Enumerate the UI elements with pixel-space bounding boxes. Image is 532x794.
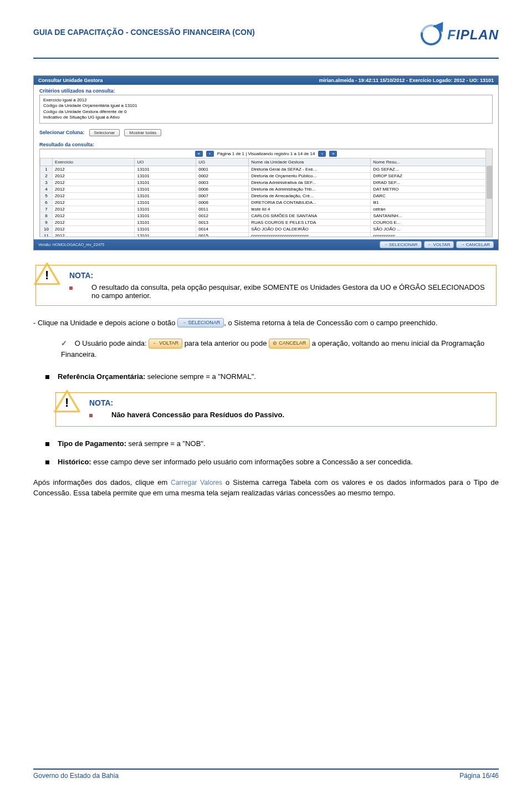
table-cell: 0015 bbox=[196, 232, 249, 237]
table-cell: COUROS E... bbox=[371, 219, 492, 226]
table-cell: 7 bbox=[40, 206, 53, 212]
table-cell: 4 bbox=[40, 186, 53, 192]
select-column-label: Selecionar Coluna: bbox=[39, 130, 85, 135]
table-row[interactable]: 72012131010011teste lid 4cetran bbox=[40, 206, 492, 212]
table-row[interactable]: 32012131010003Diretoria Administrativa d… bbox=[40, 179, 492, 186]
table-cell: 2012 bbox=[53, 199, 135, 206]
col-index bbox=[40, 158, 53, 166]
pager-first-icon[interactable]: « bbox=[195, 151, 203, 157]
check-icon: ✓ bbox=[61, 339, 67, 347]
table-cell: DIRAD SEF... bbox=[371, 179, 492, 186]
criteria-line: Exercício igual a 2012 bbox=[43, 98, 489, 103]
note-box: ! NOTA: O resultado da consulta, pela op… bbox=[35, 265, 497, 306]
table-cell: 10 bbox=[40, 226, 53, 232]
select-column-button[interactable]: Selecionar bbox=[89, 129, 120, 136]
scroll-thumb[interactable] bbox=[487, 166, 492, 199]
table-cell: 2012 bbox=[53, 186, 135, 192]
note-text: Não haverá Concessão para Resíduos do Pa… bbox=[111, 411, 284, 419]
pager-text: Página 1 de 1 | Visualizando registro 1 … bbox=[217, 151, 315, 156]
col-header[interactable]: Exercício bbox=[53, 158, 135, 166]
table-cell: RUAS COUROS E PELES LTDA bbox=[249, 219, 371, 226]
pager-last-icon[interactable]: » bbox=[329, 151, 337, 157]
table-row[interactable]: 42012131010006Diretoria de Administração… bbox=[40, 186, 492, 192]
warning-triangle-icon: ! bbox=[33, 261, 62, 286]
table-row[interactable]: 112012131010015ccccccccccccccccccccccccc… bbox=[40, 232, 492, 237]
table-row[interactable]: 22012131010002Diretoria de Orçamento Púb… bbox=[40, 172, 492, 179]
inline-voltar-button[interactable]: ←VOLTAR bbox=[149, 339, 182, 349]
table-cell: DARC bbox=[371, 192, 492, 199]
table-cell: Diretoria Administrativa da SEF... bbox=[249, 179, 371, 186]
table-cell: 0012 bbox=[196, 212, 249, 219]
table-cell: 0006 bbox=[196, 186, 249, 192]
table-cell: 2012 bbox=[53, 226, 135, 232]
table-cell: 13101 bbox=[135, 212, 196, 219]
table-cell: 2012 bbox=[53, 179, 135, 186]
table-cell: 13101 bbox=[135, 219, 196, 226]
footer-select-button[interactable]: → SELECIONAR bbox=[380, 241, 422, 248]
table-cell: Diretoria Geral da SEFAZ - Exe... bbox=[249, 166, 371, 172]
table-cell: DAT METRO bbox=[371, 186, 492, 192]
table-cell: 9 bbox=[40, 219, 53, 226]
col-header[interactable]: UO bbox=[135, 158, 196, 166]
carregar-valores-link[interactable]: Carregar Valores bbox=[171, 479, 222, 486]
fiplan-logo: FIPLAN bbox=[420, 22, 499, 48]
paragraph-click: - Clique na Unidade e depois acione o bo… bbox=[33, 318, 499, 329]
table-row[interactable]: 82012131010012CARLOS SIMÕES DE SANTANASA… bbox=[40, 212, 492, 219]
table-cell: 13101 bbox=[135, 206, 196, 212]
bullet-square-icon bbox=[89, 414, 93, 417]
table-cell: DIRETORIA DA CONTABILIDA... bbox=[249, 199, 371, 206]
inline-cancelar-button[interactable]: ⊘ CANCELAR bbox=[269, 339, 310, 349]
note-box: ! NOTA: Não haverá Concessão para Resídu… bbox=[55, 392, 497, 427]
table-cell: 13101 bbox=[135, 226, 196, 232]
table-cell: cccccccccccccccccccccccccc... bbox=[249, 232, 371, 237]
note-title: NOTA: bbox=[89, 398, 488, 407]
table-cell: 0011 bbox=[196, 206, 249, 212]
paragraph-usercan: ✓ O Usuário pode ainda: ←VOLTAR para tel… bbox=[61, 338, 499, 360]
doc-header-title: GUIA DE CAPACITAÇÃO - CONCESSÃO FINANCEI… bbox=[33, 22, 255, 37]
table-cell: cetran bbox=[371, 206, 492, 212]
pager-next-icon[interactable]: › bbox=[318, 151, 326, 157]
table-row[interactable]: 102012131010014SÃO JOÃO DO CALDEIRÃOSÃO … bbox=[40, 226, 492, 232]
table-cell: 0014 bbox=[196, 226, 249, 232]
table-row[interactable]: 52012131010007Diretoria de Arrecadação, … bbox=[40, 192, 492, 199]
table-row[interactable]: 92012131010013RUAS COUROS E PELES LTDACO… bbox=[40, 219, 492, 226]
table-row[interactable]: 62012131010008DIRETORIA DA CONTABILIDA..… bbox=[40, 199, 492, 206]
footer-page-number: Página 16/46 bbox=[459, 772, 499, 780]
footer-back-button[interactable]: ← VOLTAR bbox=[424, 241, 454, 248]
table-cell: 2012 bbox=[53, 206, 135, 212]
scrollbar[interactable] bbox=[485, 149, 492, 237]
window-user-info: mirian.almeida - 19:42:11 15/10/2012 - E… bbox=[319, 78, 494, 83]
table-cell: 2012 bbox=[53, 212, 135, 219]
version-label: Versão: HOMOLOGACAO_rev_22475 bbox=[38, 243, 104, 247]
table-row[interactable]: 12012131010001Diretoria Geral da SEFAZ -… bbox=[40, 166, 492, 172]
criteria-label: Critérios utilizados na consulta: bbox=[39, 88, 493, 94]
table-cell: 0007 bbox=[196, 192, 249, 199]
footer-cancel-button[interactable]: → CANCELAR bbox=[456, 241, 494, 248]
table-cell: 2 bbox=[40, 172, 53, 179]
note-title: NOTA: bbox=[69, 271, 488, 280]
col-header[interactable]: Nome da Unidade Gestora bbox=[249, 158, 371, 166]
table-cell: Diretoria de Orçamento Público... bbox=[249, 172, 371, 179]
table-cell: llt1 bbox=[371, 199, 492, 206]
pager-prev-icon[interactable]: ‹ bbox=[206, 151, 214, 157]
bullet-square-icon bbox=[69, 286, 73, 290]
table-cell: 13101 bbox=[135, 179, 196, 186]
table-cell: 13101 bbox=[135, 172, 196, 179]
table-cell: 6 bbox=[40, 199, 53, 206]
table-cell: 0013 bbox=[196, 219, 249, 226]
window-title: Consultar Unidade Gestora bbox=[38, 78, 103, 83]
col-header[interactable]: UG bbox=[196, 158, 249, 166]
col-header[interactable]: Nome Resu... bbox=[371, 158, 492, 166]
bullet-tipo: Tipo de Pagamento: será sempre = a "NOB"… bbox=[45, 439, 499, 449]
logo-text: FIPLAN bbox=[447, 27, 499, 43]
inline-select-button[interactable]: →SELECIONAR bbox=[177, 318, 224, 327]
table-cell: 5 bbox=[40, 192, 53, 199]
table-cell: DIROP SEFAZ bbox=[371, 172, 492, 179]
show-all-button[interactable]: Mostrar todas bbox=[124, 129, 161, 136]
criteria-line: Código da Unidade Gestora diferente de 0 bbox=[43, 109, 489, 115]
table-cell: 2012 bbox=[53, 219, 135, 226]
criteria-line: Código da Unidade Orçamentária igual a 1… bbox=[43, 103, 489, 109]
table-cell: 11 bbox=[40, 232, 53, 237]
criteria-box: Exercício igual a 2012 Código da Unidade… bbox=[39, 95, 493, 124]
table-cell: 0001 bbox=[196, 166, 249, 172]
